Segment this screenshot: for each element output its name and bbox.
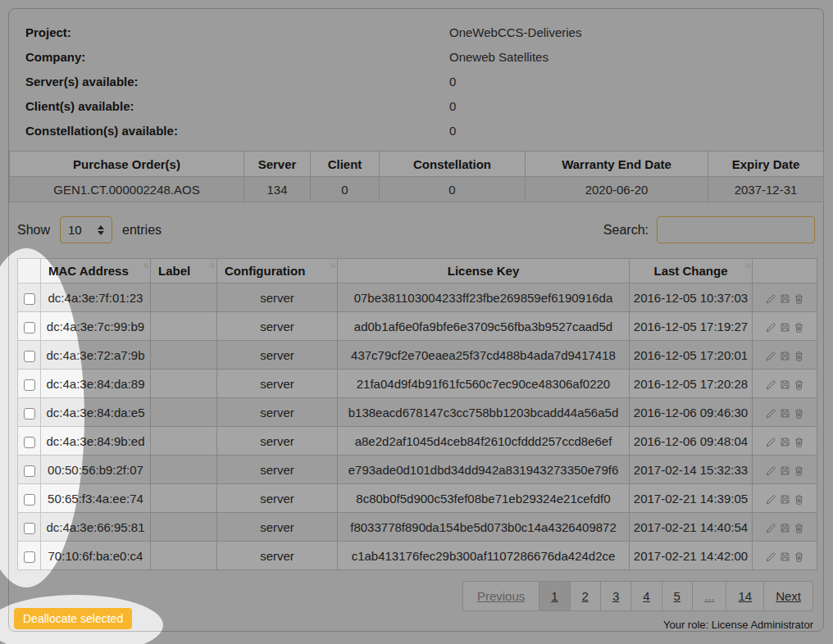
edit-icon[interactable]	[765, 351, 776, 362]
configuration-cell: server	[217, 312, 338, 341]
row-checkbox[interactable]	[24, 408, 35, 420]
row-checkbox[interactable]	[24, 551, 35, 563]
row-checkbox[interactable]	[24, 351, 35, 362]
column-header-configuration[interactable]: Configuration↑↓	[217, 259, 338, 283]
save-icon[interactable]	[780, 322, 790, 333]
mac-address-cell: dc:4a:3e:84:9b:ed	[41, 427, 151, 456]
edit-icon[interactable]	[765, 551, 776, 563]
save-icon[interactable]	[780, 523, 790, 533]
license-key-cell: 8c80b0f5d900c53fef08be71eb29324e21cefdf0	[338, 484, 630, 513]
select-all-header	[18, 259, 41, 283]
mac-address-cell: dc:4a:3e:66:95:81	[41, 513, 151, 542]
row-checkbox[interactable]	[24, 293, 35, 305]
row-checkbox[interactable]	[24, 523, 35, 534]
page-button-3[interactable]: 3	[600, 582, 630, 610]
save-icon[interactable]	[780, 379, 790, 390]
save-icon[interactable]	[780, 293, 790, 304]
previous-page-button[interactable]: Previous	[463, 582, 539, 610]
edit-icon[interactable]	[765, 465, 776, 477]
trash-icon[interactable]	[794, 523, 804, 534]
sort-icon: ↑↓	[744, 261, 749, 270]
license-row: dc:4a:3e:84:da:e5 server b138eacd678147c…	[18, 398, 817, 427]
row-checkbox[interactable]	[24, 465, 35, 477]
last-change-cell: 2016-12-06 09:48:04	[630, 427, 753, 456]
configuration-cell: server	[217, 456, 338, 484]
info-label: Constellation(s) available:	[25, 124, 449, 138]
row-checkbox[interactable]	[24, 379, 35, 391]
save-icon[interactable]	[780, 408, 790, 419]
edit-icon[interactable]	[765, 494, 776, 506]
license-key-cell: ad0b1af6e0fa9bfe6e3709c56fba3b9527caad5d	[338, 312, 630, 341]
trash-icon[interactable]	[794, 494, 804, 506]
save-icon[interactable]	[780, 351, 790, 361]
save-icon[interactable]	[780, 494, 790, 505]
mac-address-cell: dc:4a:3e:84:da:e5	[41, 398, 151, 427]
page-button-1[interactable]: 1	[539, 582, 569, 610]
info-label: Client(s) available:	[25, 99, 449, 113]
checkbox-cell	[18, 484, 41, 513]
trash-icon[interactable]	[794, 379, 804, 391]
info-value: 0	[449, 75, 456, 88]
row-checkbox[interactable]	[24, 437, 35, 448]
checkbox-cell	[18, 398, 41, 427]
mac-address-cell: dc:4a:3e:7f:01:23	[41, 283, 151, 312]
table-controls: Show 10 entries Search:	[17, 216, 815, 243]
label-cell	[151, 456, 217, 484]
edit-icon[interactable]	[765, 293, 776, 305]
page-size-select[interactable]: 10	[60, 216, 112, 243]
edit-icon[interactable]	[765, 322, 776, 333]
page-button-2[interactable]: 2	[570, 582, 600, 610]
configuration-cell: server	[217, 513, 338, 542]
info-value: 0	[449, 99, 456, 113]
edit-icon[interactable]	[765, 379, 776, 391]
configuration-cell: server	[217, 427, 338, 456]
configuration-cell: server	[217, 484, 338, 513]
trash-icon[interactable]	[794, 437, 804, 448]
last-change-cell: 2017-02-21 14:40:54	[630, 513, 753, 542]
last-change-cell: 2017-02-14 15:32:33	[630, 456, 753, 484]
info-row: Company: Oneweb Satellites	[25, 44, 807, 69]
row-checkbox[interactable]	[24, 322, 35, 333]
info-value: Oneweb Satellites	[449, 50, 549, 64]
column-header-label[interactable]: Label↑↓	[151, 259, 217, 283]
configuration-cell: server	[217, 283, 338, 312]
edit-icon[interactable]	[765, 437, 776, 448]
save-icon[interactable]	[780, 551, 790, 562]
page-button-14[interactable]: 14	[726, 582, 763, 610]
license-row: dc:4a:3e:7f:01:23 server 07be38110300423…	[18, 283, 817, 312]
mac-address-cell: dc:4a:3e:72:a7:9b	[41, 341, 151, 370]
show-label: Show	[17, 223, 50, 238]
info-row: Project: OneWebCCS-Deliveries	[25, 20, 807, 44]
trash-icon[interactable]	[794, 293, 804, 305]
trash-icon[interactable]	[794, 322, 804, 333]
save-icon[interactable]	[780, 465, 790, 476]
page-button-4[interactable]: 4	[630, 582, 661, 610]
trash-icon[interactable]	[794, 408, 804, 420]
checkbox-cell	[18, 312, 41, 341]
checkbox-cell	[18, 427, 41, 456]
row-actions	[753, 456, 817, 484]
license-row: 50:65:f3:4a:ee:74 server 8c80b0f5d900c53…	[18, 484, 817, 513]
label-cell	[151, 283, 217, 312]
info-value: 0	[449, 124, 456, 138]
trash-icon[interactable]	[794, 465, 804, 477]
po-column-header: Warranty End Date	[526, 152, 708, 177]
page-ellipsis[interactable]: ...	[692, 582, 726, 610]
next-page-button[interactable]: Next	[763, 582, 813, 610]
checkbox-cell	[18, 370, 41, 398]
column-header-last-change[interactable]: Last Change↑↓	[630, 259, 753, 283]
deallocate-selected-button[interactable]: Deallocate selected	[14, 608, 132, 629]
license-key-cell: b138eacd678147c3cc758bb1203bcadd44a56a5d	[338, 398, 630, 427]
trash-icon[interactable]	[794, 551, 804, 563]
save-icon[interactable]	[780, 437, 790, 447]
edit-icon[interactable]	[765, 523, 776, 534]
row-checkbox[interactable]	[24, 494, 35, 506]
page-button-5[interactable]: 5	[662, 582, 692, 610]
po-cell: 0	[311, 177, 380, 202]
page-size-value: 10	[68, 223, 82, 237]
trash-icon[interactable]	[794, 351, 804, 362]
license-admin-panel: Project: OneWebCCS-DeliveriesCompany: On…	[8, 8, 824, 632]
column-header-mac-address[interactable]: MAC Address↑↓	[41, 259, 151, 283]
edit-icon[interactable]	[765, 408, 776, 420]
search-input[interactable]	[657, 216, 815, 243]
